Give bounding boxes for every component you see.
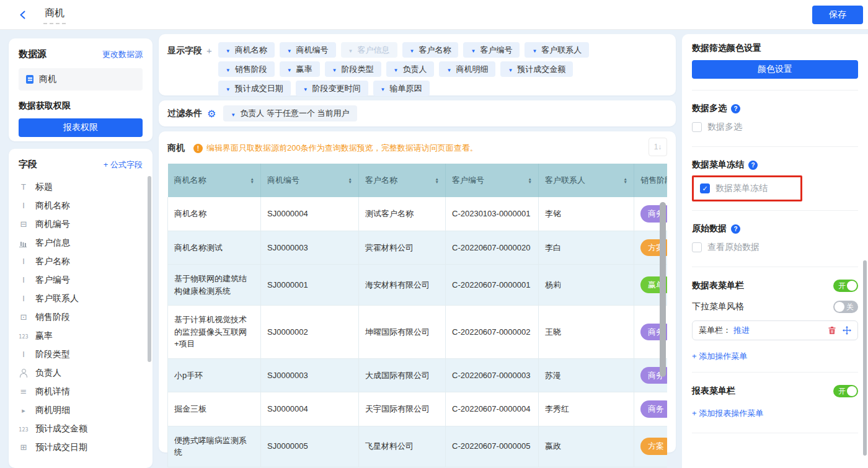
add-action-menu-link[interactable]: + 添加操作菜单 (692, 351, 747, 362)
preview-table: 商机名称 商机编号 客户名称 客户编号 客户联系人 销售阶段 商机名称 SJ00… (167, 164, 667, 467)
field-tag[interactable]: 商机明细 (439, 61, 495, 77)
caret-down-icon (532, 45, 537, 55)
menu-freeze-checkbox[interactable] (700, 183, 710, 193)
table-menu-toggle[interactable]: 开 (833, 280, 858, 292)
table-row: 便携式哮喘病监测系统 SJ0000005 飞星材料公司 C-20220607-0… (168, 426, 668, 467)
field-item-expected-amount[interactable]: 预计成交金额 (19, 420, 143, 438)
add-report-action-menu-link[interactable]: + 添加报表操作菜单 (692, 408, 763, 419)
field-tag[interactable]: 输单原因 (373, 81, 430, 96)
field-item-customer-code[interactable]: 客户编号 (19, 271, 143, 289)
raw-data-checkbox[interactable] (692, 242, 702, 252)
caret-down-icon (410, 45, 415, 55)
field-tag[interactable]: 客户名称 (402, 42, 459, 58)
field-tag[interactable]: 赢率 (280, 61, 320, 77)
divider (692, 267, 858, 267)
field-tag[interactable]: 预计成交金额 (500, 61, 573, 77)
delete-icon[interactable] (828, 326, 836, 335)
fields-scrollbar[interactable] (148, 176, 151, 362)
help-icon[interactable] (731, 104, 740, 113)
sort-carets-icon[interactable] (250, 177, 254, 183)
field-tag[interactable]: 销售阶段 (218, 61, 275, 77)
field-item-opportunity-detail[interactable]: 商机详情 (19, 382, 143, 401)
field-item-customer-contact[interactable]: 客户联系人 (19, 289, 143, 308)
chevron-left-icon (18, 10, 28, 20)
filter-condition-tag[interactable]: 负责人 等于任意一个 当前用户 (223, 105, 356, 121)
field-item-stage-type[interactable]: 阶段类型 (19, 345, 143, 364)
table-row: 小p手环 SJ0000003 大成国际有限公司 C-20220607-00000… (168, 358, 668, 392)
sort-button[interactable]: 1↓ (649, 138, 667, 156)
color-setting-button[interactable]: 颜色设置 (692, 60, 858, 79)
sort-carets-icon[interactable] (435, 177, 439, 183)
field-item-sales-stage[interactable]: 销售阶段 (19, 308, 143, 327)
report-menu-toggle[interactable]: 开 (833, 385, 858, 397)
field-tag[interactable]: 阶段变更时间 (296, 81, 368, 96)
add-display-field-button[interactable]: + (206, 45, 212, 56)
field-tag[interactable]: 商机名称 (218, 42, 275, 58)
divider (692, 372, 858, 373)
color-setting-title: 数据筛选颜色设置 (692, 43, 858, 54)
sort-carets-icon[interactable] (348, 177, 352, 183)
title-icon (19, 183, 29, 192)
column-header[interactable]: 商机名称 (168, 164, 261, 197)
caret-down-icon (226, 84, 231, 93)
field-item-opportunity-code[interactable]: 商机编号 (19, 215, 143, 234)
field-tag[interactable]: 预计成交日期 (218, 81, 291, 96)
raw-data-title: 原始数据 (692, 223, 858, 234)
divider (692, 146, 858, 147)
table-vertical-scrollbar[interactable] (660, 202, 666, 377)
detail-icon (19, 387, 29, 396)
field-item-owner[interactable]: 负责人 (19, 364, 143, 382)
preview-table-viewport: 商机名称 商机编号 客户名称 客户编号 客户联系人 销售阶段 商机名称 SJ00… (167, 164, 667, 467)
menu-item[interactable]: 菜单栏： 推进 (692, 320, 858, 340)
field-tag[interactable]: 客户编号 (463, 42, 520, 58)
highlight-box: 数据菜单冻结 (692, 175, 802, 201)
help-icon[interactable] (731, 224, 740, 234)
field-item-title[interactable]: 标题 (19, 178, 143, 196)
add-formula-field-link[interactable]: + 公式字段 (104, 159, 143, 170)
dropdown-style-toggle[interactable]: 关 (833, 301, 858, 313)
field-item-expected-date[interactable]: 预计成交日期 (19, 438, 143, 457)
field-tag[interactable]: 阶段类型 (325, 61, 381, 77)
multi-select-title: 数据多选 (692, 103, 858, 114)
field-item-customer-name[interactable]: 客户名称 (19, 252, 143, 271)
number-icon (19, 332, 29, 340)
field-item-win-rate[interactable]: 赢率 (19, 327, 143, 345)
person-icon (19, 369, 29, 377)
field-tag[interactable]: 商机编号 (280, 42, 336, 58)
menu-freeze-title: 数据菜单冻结 (692, 159, 858, 170)
field-item-opportunity-lines[interactable]: 商机明细 (19, 401, 143, 420)
calendar-icon (19, 443, 29, 452)
multi-select-checkbox[interactable] (692, 122, 702, 132)
change-datasource-link[interactable]: 更改数据源 (102, 49, 143, 60)
field-tag[interactable]: 客户联系人 (525, 42, 589, 58)
save-button[interactable]: 保存 (812, 6, 863, 24)
move-icon[interactable] (843, 326, 851, 335)
caret-down-icon (231, 109, 236, 118)
field-tag-disabled[interactable]: 客户信息 (341, 42, 397, 58)
column-header[interactable]: 客户名称 (359, 164, 446, 197)
field-list: 标题 商机名称 商机编号 客户信息 客户名称 客户编号 客户联系人 销售阶段 赢… (19, 178, 143, 457)
table-row: 掘金三板 SJ0000004 天宇国际有限公司 C-20220607-00000… (168, 392, 668, 426)
help-icon[interactable] (748, 161, 758, 170)
column-header[interactable]: 商机编号 (261, 164, 359, 197)
multi-select-label: 数据多选 (707, 121, 742, 133)
sort-carets-icon[interactable] (528, 177, 532, 183)
back-button[interactable] (16, 8, 30, 22)
field-tag[interactable]: 负责人 (386, 61, 435, 77)
top-bar: 商机 保存 (0, 0, 868, 30)
column-header[interactable]: 销售阶段 (634, 164, 668, 197)
report-permission-button[interactable]: 报表权限 (19, 118, 143, 137)
column-header[interactable]: 客户编号 (446, 164, 539, 197)
toggle-knob (835, 302, 844, 312)
preview-warning: 编辑界面只取数据源前200条作为查询数据预览，完整数据请访问页面查看。 (193, 143, 478, 154)
settings-scrollbar[interactable] (863, 260, 867, 456)
column-header[interactable]: 客户联系人 (539, 164, 634, 197)
field-item-opportunity-name[interactable]: 商机名称 (19, 196, 143, 215)
preview-warning-text: 编辑界面只取数据源前200条作为查询数据预览，完整数据请访问页面查看。 (206, 143, 478, 154)
field-item-customer-info[interactable]: 客户信息 (19, 234, 143, 252)
autonumber-icon (19, 220, 29, 229)
datasource-item[interactable]: 商机 (19, 68, 143, 91)
sort-carets-icon[interactable] (624, 177, 627, 183)
gear-icon[interactable] (207, 108, 216, 120)
report-menu-title: 报表菜单栏 (692, 386, 735, 397)
